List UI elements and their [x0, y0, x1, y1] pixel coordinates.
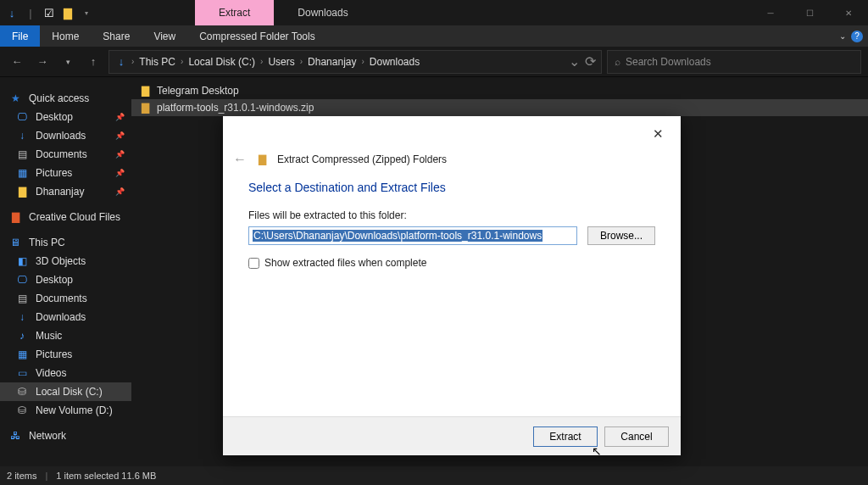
breadcrumb[interactable]: Local Disk (C:) [186, 54, 257, 70]
sidebar-item-local-disk-c[interactable]: ⛁Local Disk (C:) [0, 382, 131, 401]
sidebar-item-label: This PC [29, 237, 65, 248]
desktop-icon: 🖵 [15, 110, 29, 124]
sidebar-item-label: Network [29, 430, 66, 442]
ribbon-chevron-icon[interactable]: ⌄ [839, 31, 846, 41]
pin-icon: 📌 [115, 187, 125, 196]
dialog-path-label: Files will be extracted to this folder: [248, 209, 655, 221]
chevron-right-icon[interactable]: › [361, 57, 364, 66]
sidebar-item-documents[interactable]: ▤Documents📌 [0, 145, 131, 164]
help-icon[interactable]: ? [851, 31, 863, 42]
sidebar-item-desktop[interactable]: 🖵Desktop📌 [0, 108, 131, 126]
sidebar-item-dhananjay[interactable]: ▇Dhananjay📌 [0, 182, 131, 201]
ribbon-tab-downloads: Downloads [274, 0, 371, 25]
sidebar-item-downloads[interactable]: ↓Downloads📌 [0, 126, 131, 145]
sidebar-item-label: New Volume (D:) [36, 404, 113, 416]
back-button[interactable]: ← [7, 52, 27, 72]
browse-button[interactable]: Browse... [587, 226, 655, 245]
sidebar-this-pc[interactable]: 🖥This PC [0, 233, 131, 252]
sidebar-item-label: Documents [36, 148, 87, 160]
destination-path-input[interactable]: C:\Users\Dhananjay\Downloads\platform-to… [248, 226, 577, 245]
forward-button[interactable]: → [32, 52, 53, 72]
maximize-button[interactable]: ☐ [790, 0, 829, 25]
address-bar[interactable]: ↓ › This PC › Local Disk (C:) › Users › … [108, 50, 602, 74]
chevron-right-icon[interactable]: › [131, 57, 134, 66]
destination-path-value: C:\Users\Dhananjay\Downloads\platform-to… [253, 230, 542, 242]
menu-view[interactable]: View [142, 25, 187, 47]
star-icon: ★ [8, 92, 22, 105]
search-input[interactable]: ⌕ Search Downloads [607, 50, 861, 74]
sidebar-item-videos[interactable]: ▭Videos [0, 364, 131, 382]
extract-button[interactable]: Extract [533, 426, 598, 447]
menu-bar: File Home Share View Compressed Folder T… [0, 25, 868, 47]
sidebar-item-pictures[interactable]: ▦Pictures📌 [0, 164, 131, 182]
qat-separator: | [24, 6, 37, 20]
menu-share[interactable]: Share [91, 25, 142, 47]
pin-icon: 📌 [115, 169, 125, 177]
file-item-zip[interactable]: ▇ platform-tools_r31.0.1-windows.zip [131, 99, 868, 116]
document-icon: ▤ [15, 148, 29, 161]
menu-compressed-tools[interactable]: Compressed Folder Tools [187, 25, 327, 47]
folder-icon: ▇ [15, 185, 29, 198]
recent-dropdown[interactable]: ▾ [58, 52, 78, 72]
breadcrumb[interactable]: Dhananjay [306, 54, 358, 70]
sidebar-item-3d[interactable]: ◧3D Objects [0, 252, 131, 270]
folder-icon[interactable]: ▇ [61, 6, 75, 20]
close-button[interactable]: ✕ [829, 0, 868, 25]
sidebar-quick-access[interactable]: ★ Quick access [0, 89, 131, 108]
sidebar-item-label: Dhananjay [36, 186, 84, 198]
sidebar-item-label: Downloads [36, 130, 86, 142]
dropdown-icon[interactable]: ▾ [80, 6, 93, 20]
status-items: 2 items [7, 471, 36, 481]
sidebar-item-music[interactable]: ♪Music [0, 326, 131, 345]
file-item-folder[interactable]: ▇ Telegram Desktop [131, 82, 868, 99]
pc-icon: 🖥 [8, 236, 22, 249]
sidebar-item-new-volume-d[interactable]: ⛁New Volume (D:) [0, 401, 131, 420]
dialog-close-button[interactable]: ✕ [646, 123, 670, 145]
refresh-icon[interactable]: ⟳ [585, 53, 596, 70]
properties-icon[interactable]: ☑ [42, 6, 56, 20]
down-arrow-icon: ↓ [114, 55, 128, 69]
breadcrumb[interactable]: Users [266, 54, 296, 70]
breadcrumb[interactable]: Downloads [368, 54, 421, 70]
desktop-icon: 🖵 [15, 273, 29, 287]
sidebar-item-label: Quick access [29, 92, 89, 104]
show-files-checkbox[interactable]: Show extracted files when complete [248, 257, 655, 269]
sidebar-item-label: Desktop [36, 111, 73, 123]
file-name: platform-tools_r31.0.1-windows.zip [157, 102, 314, 114]
sidebar-item-pictures-pc[interactable]: ▦Pictures [0, 345, 131, 364]
title-bar: ↓ | ☑ ▇ ▾ Extract Downloads ─ ☐ ✕ [0, 0, 868, 25]
drive-icon: ⛁ [15, 385, 29, 399]
up-button[interactable]: ↑ [83, 52, 103, 72]
minimize-button[interactable]: ─ [751, 0, 790, 25]
music-icon: ♪ [15, 329, 29, 343]
cloud-icon: ▇ [8, 210, 22, 224]
network-icon: 🖧 [8, 429, 22, 443]
chevron-right-icon[interactable]: › [181, 57, 183, 66]
chevron-right-icon[interactable]: › [300, 57, 303, 66]
chevron-right-icon[interactable]: › [260, 57, 263, 66]
sidebar-ccf[interactable]: ▇Creative Cloud Files [0, 208, 131, 226]
ribbon-tab-extract[interactable]: Extract [195, 0, 274, 25]
breadcrumb[interactable]: This PC [137, 54, 177, 70]
download-icon: ↓ [15, 310, 29, 324]
sidebar-item-label: 3D Objects [36, 255, 86, 267]
sidebar-network[interactable]: 🖧Network [0, 426, 131, 445]
down-arrow-icon[interactable]: ↓ [5, 6, 19, 20]
history-dropdown-icon[interactable]: ⌄ [569, 53, 580, 70]
menu-file[interactable]: File [0, 25, 40, 47]
dialog-title: Extract Compressed (Zipped) Folders [277, 153, 447, 165]
document-icon: ▤ [15, 292, 29, 305]
cancel-button[interactable]: Cancel [604, 426, 669, 447]
zip-icon: ▇ [138, 101, 152, 114]
sidebar-item-downloads-pc[interactable]: ↓Downloads [0, 308, 131, 326]
sidebar-item-label: Pictures [36, 348, 72, 360]
show-files-checkbox-input[interactable] [248, 258, 259, 269]
sidebar-item-documents-pc[interactable]: ▤Documents [0, 289, 131, 308]
dialog-back-icon[interactable]: ← [233, 152, 247, 167]
sidebar-item-label: Local Disk (C:) [36, 386, 103, 398]
menu-home[interactable]: Home [40, 25, 91, 47]
sidebar-item-label: Videos [36, 367, 66, 379]
status-bar: 2 items | 1 item selected 11.6 MB [0, 466, 868, 485]
sidebar-item-desktop-pc[interactable]: 🖵Desktop [0, 270, 131, 289]
file-name: Telegram Desktop [157, 85, 239, 97]
